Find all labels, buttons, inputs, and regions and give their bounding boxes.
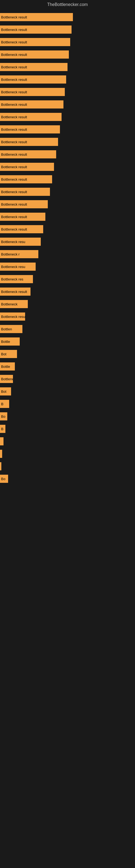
bottleneck-bar-9: Bottleneck result	[0, 113, 61, 121]
bar-row: Bottleneck result	[0, 37, 135, 47]
bar-row: B	[0, 399, 135, 409]
bars-container: Bottleneck resultBottleneck resultBottle…	[0, 9, 135, 487]
bar-row: Bottleneck res	[0, 274, 135, 284]
bar-row: Bottleneck resu	[0, 237, 135, 247]
bar-row: Bottleneck result	[0, 162, 135, 172]
bottleneck-bar-33: Bo	[0, 412, 7, 421]
bottleneck-bar-16: Bottleneck result	[0, 200, 48, 208]
bottleneck-bar-28: Bot	[0, 350, 17, 358]
bar-row: Bottleneck result	[0, 286, 135, 297]
bottleneck-bar-32: B	[0, 400, 9, 408]
bar-row: Bottleneck result	[0, 174, 135, 184]
bottleneck-bar-14: Bottleneck result	[0, 175, 52, 183]
bottleneck-bar-24: Bottleneck	[0, 300, 28, 308]
bar-row: Bottleneck result	[0, 212, 135, 222]
bar-row: Bottleneck result	[0, 12, 135, 22]
bottleneck-bar-30: Bottlene	[0, 375, 13, 383]
bar-row	[0, 461, 135, 471]
bottleneck-bar-10: Bottleneck result	[0, 125, 60, 133]
bottleneck-bar-6: Bottleneck result	[0, 75, 66, 84]
bottleneck-bar-4: Bottleneck result	[0, 51, 69, 59]
bar-row: Bottleneck result	[0, 224, 135, 235]
bottleneck-bar-34: B	[0, 425, 5, 433]
bar-row: Bottleneck result	[0, 24, 135, 35]
bar-row: Bo	[0, 411, 135, 422]
bottleneck-bar-25: Bottleneck resu	[0, 312, 25, 321]
bottleneck-bar-17: Bottleneck result	[0, 213, 45, 221]
bottleneck-bar-12: Bottleneck result	[0, 150, 56, 158]
bar-row: Bottleneck result	[0, 187, 135, 197]
bottleneck-bar-5: Bottleneck result	[0, 63, 68, 71]
bar-row: B	[0, 424, 135, 434]
bottleneck-bar-26: Bottlen	[0, 325, 22, 333]
bottleneck-bar-35	[0, 437, 3, 445]
bar-row: Bottleneck resu	[0, 261, 135, 272]
bar-row: Bottleneck result	[0, 50, 135, 60]
bar-row: Bottlene	[0, 374, 135, 384]
bar-row	[0, 448, 135, 459]
bar-row: Bot	[0, 349, 135, 359]
bottleneck-bar-1: Bottleneck result	[0, 13, 73, 21]
bar-row: Bottleneck result	[0, 199, 135, 209]
title-text: TheBottlenecker.com	[47, 2, 88, 7]
bar-row: Bottle	[0, 361, 135, 372]
bottleneck-bar-11: Bottleneck result	[0, 138, 58, 146]
bottleneck-bar-29: Bottle	[0, 362, 15, 371]
bottleneck-bar-15: Bottleneck result	[0, 188, 50, 196]
bottleneck-bar-21: Bottleneck resu	[0, 262, 36, 271]
bottleneck-bar-22: Bottleneck res	[0, 275, 33, 283]
bar-row: Bottleneck r	[0, 249, 135, 259]
bottleneck-bar-3: Bottleneck result	[0, 38, 70, 46]
bar-row: Bottleneck resu	[0, 311, 135, 322]
bottleneck-bar-18: Bottleneck result	[0, 225, 43, 233]
bottleneck-bar-19: Bottleneck resu	[0, 238, 41, 246]
bottleneck-bar-2: Bottleneck result	[0, 26, 72, 34]
bottleneck-bar-31: Bot	[0, 388, 11, 396]
bar-row: Bottleneck result	[0, 137, 135, 147]
bar-row: Bottleneck result	[0, 112, 135, 122]
bottleneck-bar-27: Bottle	[0, 337, 20, 346]
bar-row: Bottleneck result	[0, 124, 135, 134]
bottleneck-bar-8: Bottleneck result	[0, 100, 63, 108]
bottleneck-bar-23: Bottleneck result	[0, 287, 31, 296]
bar-row: Bo	[0, 474, 135, 484]
bar-row	[0, 436, 135, 446]
bar-row: Bottlen	[0, 324, 135, 334]
bar-row: Bottleneck	[0, 299, 135, 309]
bottleneck-bar-36	[0, 450, 2, 458]
bottleneck-bar-20: Bottleneck r	[0, 250, 38, 258]
bar-row: Bottleneck result	[0, 87, 135, 97]
bottleneck-bar-13: Bottleneck result	[0, 163, 54, 171]
bar-row: Bottle	[0, 336, 135, 347]
site-title: TheBottlenecker.com	[0, 0, 135, 9]
bottleneck-bar-7: Bottleneck result	[0, 88, 65, 96]
bar-row: Bot	[0, 386, 135, 397]
bar-row: Bottleneck result	[0, 99, 135, 110]
bottleneck-bar-38: Bo	[0, 475, 8, 483]
bar-row: Bottleneck result	[0, 149, 135, 159]
bar-row: Bottleneck result	[0, 74, 135, 85]
bar-row: Bottleneck result	[0, 62, 135, 72]
bottleneck-bar-37	[0, 462, 1, 470]
